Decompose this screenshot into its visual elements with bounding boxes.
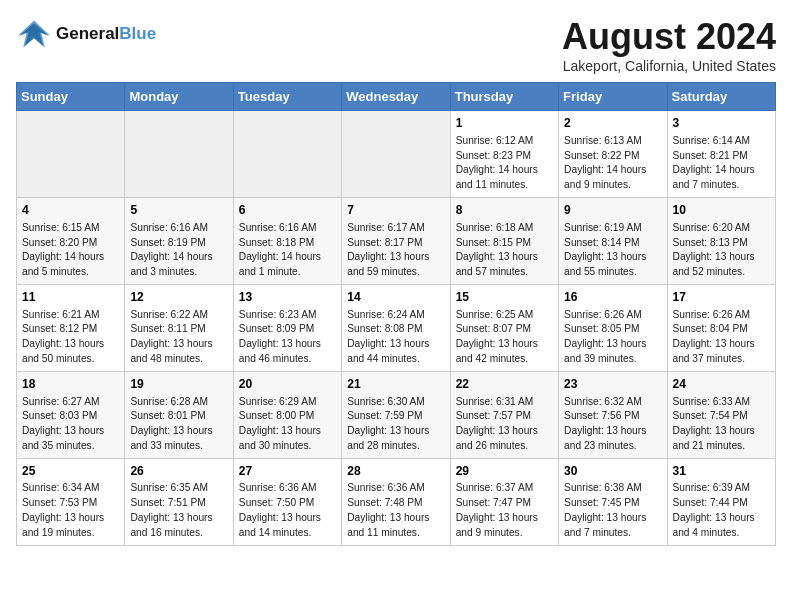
svg-marker-1 [20, 23, 49, 46]
day-info: Sunrise: 6:27 AM Sunset: 8:03 PM Dayligh… [22, 395, 119, 454]
day-info: Sunrise: 6:33 AM Sunset: 7:54 PM Dayligh… [673, 395, 770, 454]
title-block: August 2024 Lakeport, California, United… [562, 16, 776, 74]
day-number: 6 [239, 202, 336, 219]
day-number: 3 [673, 115, 770, 132]
day-info: Sunrise: 6:22 AM Sunset: 8:11 PM Dayligh… [130, 308, 227, 367]
calendar-day-header: Thursday [450, 83, 558, 111]
day-info: Sunrise: 6:17 AM Sunset: 8:17 PM Dayligh… [347, 221, 444, 280]
day-number: 13 [239, 289, 336, 306]
calendar-table: SundayMondayTuesdayWednesdayThursdayFrid… [16, 82, 776, 546]
day-number: 2 [564, 115, 661, 132]
calendar-cell: 24Sunrise: 6:33 AM Sunset: 7:54 PM Dayli… [667, 371, 775, 458]
day-number: 8 [456, 202, 553, 219]
calendar-cell: 8Sunrise: 6:18 AM Sunset: 8:15 PM Daylig… [450, 197, 558, 284]
calendar-cell: 27Sunrise: 6:36 AM Sunset: 7:50 PM Dayli… [233, 458, 341, 545]
day-info: Sunrise: 6:28 AM Sunset: 8:01 PM Dayligh… [130, 395, 227, 454]
calendar-header-row: SundayMondayTuesdayWednesdayThursdayFrid… [17, 83, 776, 111]
calendar-day-header: Friday [559, 83, 667, 111]
day-number: 29 [456, 463, 553, 480]
day-number: 24 [673, 376, 770, 393]
day-number: 16 [564, 289, 661, 306]
calendar-week-row: 4Sunrise: 6:15 AM Sunset: 8:20 PM Daylig… [17, 197, 776, 284]
day-number: 10 [673, 202, 770, 219]
page-header: GeneralBlue August 2024 Lakeport, Califo… [16, 16, 776, 74]
calendar-cell [342, 111, 450, 198]
day-number: 31 [673, 463, 770, 480]
calendar-cell: 17Sunrise: 6:26 AM Sunset: 8:04 PM Dayli… [667, 284, 775, 371]
calendar-cell: 14Sunrise: 6:24 AM Sunset: 8:08 PM Dayli… [342, 284, 450, 371]
calendar-cell: 30Sunrise: 6:38 AM Sunset: 7:45 PM Dayli… [559, 458, 667, 545]
calendar-day-header: Monday [125, 83, 233, 111]
calendar-cell: 15Sunrise: 6:25 AM Sunset: 8:07 PM Dayli… [450, 284, 558, 371]
logo: GeneralBlue [16, 16, 156, 52]
calendar-cell: 7Sunrise: 6:17 AM Sunset: 8:17 PM Daylig… [342, 197, 450, 284]
day-number: 14 [347, 289, 444, 306]
day-info: Sunrise: 6:21 AM Sunset: 8:12 PM Dayligh… [22, 308, 119, 367]
calendar-cell: 26Sunrise: 6:35 AM Sunset: 7:51 PM Dayli… [125, 458, 233, 545]
day-number: 15 [456, 289, 553, 306]
calendar-body: 1Sunrise: 6:12 AM Sunset: 8:23 PM Daylig… [17, 111, 776, 546]
day-number: 25 [22, 463, 119, 480]
day-number: 1 [456, 115, 553, 132]
day-info: Sunrise: 6:32 AM Sunset: 7:56 PM Dayligh… [564, 395, 661, 454]
calendar-day-header: Tuesday [233, 83, 341, 111]
calendar-week-row: 11Sunrise: 6:21 AM Sunset: 8:12 PM Dayli… [17, 284, 776, 371]
calendar-day-header: Sunday [17, 83, 125, 111]
location: Lakeport, California, United States [562, 58, 776, 74]
day-info: Sunrise: 6:16 AM Sunset: 8:18 PM Dayligh… [239, 221, 336, 280]
calendar-cell: 1Sunrise: 6:12 AM Sunset: 8:23 PM Daylig… [450, 111, 558, 198]
calendar-cell: 28Sunrise: 6:36 AM Sunset: 7:48 PM Dayli… [342, 458, 450, 545]
calendar-cell: 13Sunrise: 6:23 AM Sunset: 8:09 PM Dayli… [233, 284, 341, 371]
day-info: Sunrise: 6:35 AM Sunset: 7:51 PM Dayligh… [130, 481, 227, 540]
calendar-cell: 9Sunrise: 6:19 AM Sunset: 8:14 PM Daylig… [559, 197, 667, 284]
logo-text: GeneralBlue [56, 24, 156, 44]
day-info: Sunrise: 6:26 AM Sunset: 8:05 PM Dayligh… [564, 308, 661, 367]
calendar-cell: 11Sunrise: 6:21 AM Sunset: 8:12 PM Dayli… [17, 284, 125, 371]
day-info: Sunrise: 6:31 AM Sunset: 7:57 PM Dayligh… [456, 395, 553, 454]
day-info: Sunrise: 6:37 AM Sunset: 7:47 PM Dayligh… [456, 481, 553, 540]
day-info: Sunrise: 6:36 AM Sunset: 7:48 PM Dayligh… [347, 481, 444, 540]
day-info: Sunrise: 6:38 AM Sunset: 7:45 PM Dayligh… [564, 481, 661, 540]
calendar-week-row: 18Sunrise: 6:27 AM Sunset: 8:03 PM Dayli… [17, 371, 776, 458]
calendar-week-row: 25Sunrise: 6:34 AM Sunset: 7:53 PM Dayli… [17, 458, 776, 545]
calendar-day-header: Wednesday [342, 83, 450, 111]
day-info: Sunrise: 6:15 AM Sunset: 8:20 PM Dayligh… [22, 221, 119, 280]
day-number: 11 [22, 289, 119, 306]
calendar-cell: 20Sunrise: 6:29 AM Sunset: 8:00 PM Dayli… [233, 371, 341, 458]
calendar-cell [233, 111, 341, 198]
day-number: 28 [347, 463, 444, 480]
calendar-cell: 4Sunrise: 6:15 AM Sunset: 8:20 PM Daylig… [17, 197, 125, 284]
calendar-cell: 6Sunrise: 6:16 AM Sunset: 8:18 PM Daylig… [233, 197, 341, 284]
calendar-cell: 2Sunrise: 6:13 AM Sunset: 8:22 PM Daylig… [559, 111, 667, 198]
logo-icon [16, 16, 52, 52]
day-number: 12 [130, 289, 227, 306]
day-number: 17 [673, 289, 770, 306]
day-info: Sunrise: 6:39 AM Sunset: 7:44 PM Dayligh… [673, 481, 770, 540]
day-info: Sunrise: 6:16 AM Sunset: 8:19 PM Dayligh… [130, 221, 227, 280]
day-number: 23 [564, 376, 661, 393]
day-info: Sunrise: 6:29 AM Sunset: 8:00 PM Dayligh… [239, 395, 336, 454]
day-info: Sunrise: 6:34 AM Sunset: 7:53 PM Dayligh… [22, 481, 119, 540]
day-info: Sunrise: 6:36 AM Sunset: 7:50 PM Dayligh… [239, 481, 336, 540]
day-info: Sunrise: 6:19 AM Sunset: 8:14 PM Dayligh… [564, 221, 661, 280]
day-number: 22 [456, 376, 553, 393]
calendar-cell: 25Sunrise: 6:34 AM Sunset: 7:53 PM Dayli… [17, 458, 125, 545]
calendar-cell: 19Sunrise: 6:28 AM Sunset: 8:01 PM Dayli… [125, 371, 233, 458]
calendar-cell: 23Sunrise: 6:32 AM Sunset: 7:56 PM Dayli… [559, 371, 667, 458]
calendar-cell: 22Sunrise: 6:31 AM Sunset: 7:57 PM Dayli… [450, 371, 558, 458]
calendar-cell: 31Sunrise: 6:39 AM Sunset: 7:44 PM Dayli… [667, 458, 775, 545]
day-info: Sunrise: 6:25 AM Sunset: 8:07 PM Dayligh… [456, 308, 553, 367]
day-info: Sunrise: 6:18 AM Sunset: 8:15 PM Dayligh… [456, 221, 553, 280]
day-number: 5 [130, 202, 227, 219]
calendar-cell: 3Sunrise: 6:14 AM Sunset: 8:21 PM Daylig… [667, 111, 775, 198]
day-number: 18 [22, 376, 119, 393]
day-info: Sunrise: 6:13 AM Sunset: 8:22 PM Dayligh… [564, 134, 661, 193]
calendar-cell: 5Sunrise: 6:16 AM Sunset: 8:19 PM Daylig… [125, 197, 233, 284]
calendar-cell: 16Sunrise: 6:26 AM Sunset: 8:05 PM Dayli… [559, 284, 667, 371]
calendar-cell: 21Sunrise: 6:30 AM Sunset: 7:59 PM Dayli… [342, 371, 450, 458]
day-number: 7 [347, 202, 444, 219]
calendar-cell [17, 111, 125, 198]
calendar-cell: 10Sunrise: 6:20 AM Sunset: 8:13 PM Dayli… [667, 197, 775, 284]
month-title: August 2024 [562, 16, 776, 58]
day-info: Sunrise: 6:30 AM Sunset: 7:59 PM Dayligh… [347, 395, 444, 454]
